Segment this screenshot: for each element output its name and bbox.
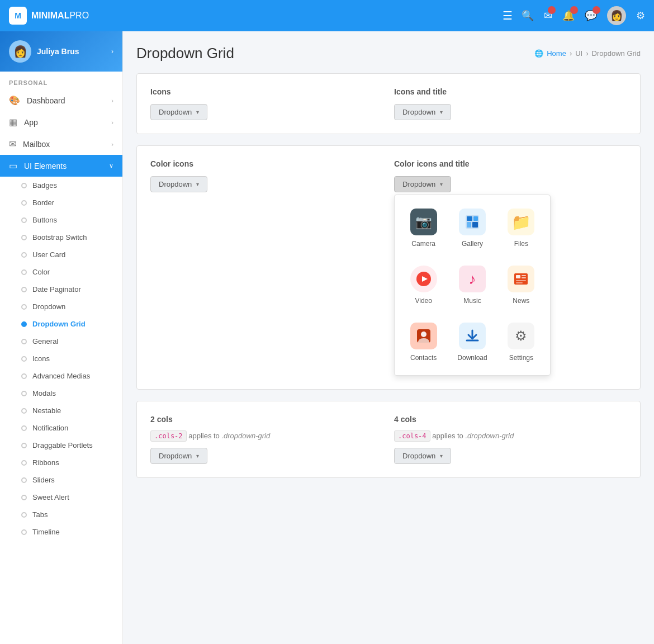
sidebar-subitem-modals[interactable]: Modals — [0, 385, 122, 402]
dropdown-4cols-button[interactable]: Dropdown ▾ — [394, 448, 451, 464]
grid-item-news[interactable]: News — [499, 259, 543, 311]
chat-button[interactable]: 💬 — [585, 10, 597, 22]
svg-rect-9 — [522, 275, 526, 276]
sidebar-item-dashboard[interactable]: 🎨 Dashboard › — [0, 89, 122, 111]
avatar[interactable]: 👩 — [607, 6, 626, 25]
page-header: Dropdown Grid 🌐 Home › UI › Dropdown Gri… — [136, 45, 641, 62]
subitem-label: Bootstrap Switch — [32, 233, 87, 242]
dropdown-caret-icon: ▾ — [196, 453, 199, 459]
sidebar-subitem-general[interactable]: General — [0, 333, 122, 350]
sidebar-subitem-ribbons[interactable]: Ribbons — [0, 454, 122, 471]
sidebar-subitem-bootstrap-switch[interactable]: Bootstrap Switch — [0, 229, 122, 246]
grid-item-camera[interactable]: 📷 Camera — [401, 202, 446, 254]
mail-icon: ✉ — [9, 139, 16, 149]
subitem-label: Tabs — [32, 510, 48, 519]
row1-grid: Icons Dropdown ▾ Icons and title Dropdow… — [150, 87, 627, 120]
section-4cols-title: 4 cols — [394, 415, 627, 424]
svg-rect-10 — [522, 277, 526, 278]
card-row3: 2 cols .cols-2 applies to .dropdown-grid… — [136, 401, 641, 478]
sidebar-subitem-border[interactable]: Border — [0, 194, 122, 211]
video-svg — [416, 271, 432, 287]
dropdown-caret-icon: ▾ — [196, 181, 199, 187]
sidebar-subitem-notification[interactable]: Notification — [0, 419, 122, 437]
sub-dot-icon — [21, 339, 27, 344]
subitem-label: Icons — [32, 354, 50, 363]
sidebar-subitem-timeline[interactable]: Timeline — [0, 523, 122, 541]
dropdown-icons-title-button[interactable]: Dropdown ▾ — [394, 104, 451, 120]
dropdown-2cols-button[interactable]: Dropdown ▾ — [150, 448, 207, 464]
svg-point-14 — [421, 332, 426, 337]
sub-dot-icon — [21, 391, 27, 396]
sidebar-subitem-advanced-medias[interactable]: Advanced Medias — [0, 367, 122, 385]
subitem-label: Ribbons — [32, 458, 59, 467]
grid-item-download[interactable]: Download — [450, 316, 494, 368]
sub-dot-icon — [21, 443, 27, 448]
layout: 👩 Juliya Brus › PERSONAL 🎨 Dashboard › ▦… — [0, 31, 654, 644]
grid-item-contacts-label: Contacts — [410, 354, 437, 362]
sidebar-subitem-buttons[interactable]: Buttons — [0, 211, 122, 229]
sidebar-subitem-dropdown[interactable]: Dropdown — [0, 298, 122, 315]
news-icon — [508, 266, 534, 292]
subitem-label: Notification — [32, 424, 68, 432]
search-button[interactable]: 🔍 — [522, 10, 534, 22]
grid-item-gallery[interactable]: Gallery — [450, 202, 494, 254]
sidebar-subitem-sweet-alert[interactable]: Sweet Alert — [0, 489, 122, 506]
sidebar-subitem-badges[interactable]: Badges — [0, 177, 122, 194]
sub-dot-icon — [21, 252, 27, 258]
sidebar-subitem-sliders[interactable]: Sliders — [0, 471, 122, 489]
subitem-label: Modals — [32, 389, 56, 397]
sub-dot-icon — [21, 321, 27, 327]
hamburger-button[interactable]: ☰ — [503, 9, 513, 22]
sidebar-item-app[interactable]: ▦ App › — [0, 111, 122, 133]
gallery-icon — [459, 209, 486, 235]
section-color-icons: Color icons Dropdown ▾ — [150, 159, 383, 376]
bell-button[interactable]: 🔔 — [562, 10, 575, 22]
svg-rect-11 — [516, 280, 526, 281]
dropdown-icons-button[interactable]: Dropdown ▾ — [150, 104, 207, 120]
sidebar-subitem-color[interactable]: Color — [0, 263, 122, 281]
subitem-label: Dropdown — [32, 302, 65, 311]
user-avatar: 👩 — [9, 40, 31, 63]
grid-item-files[interactable]: 📁 Files — [499, 202, 543, 254]
chevron-right-icon: › — [111, 119, 113, 126]
dropdown-color-icons-title-label: Dropdown — [402, 180, 435, 188]
sidebar-item-mailbox[interactable]: ✉ Mailbox › — [0, 133, 122, 155]
chevron-down-icon: ∨ — [109, 162, 113, 169]
sidebar-user[interactable]: 👩 Juliya Brus › — [0, 31, 122, 72]
grid-item-contacts[interactable]: Contacts — [401, 316, 446, 368]
grid-item-video[interactable]: Video — [401, 259, 446, 311]
breadcrumb-sep2: › — [586, 49, 588, 58]
sub-dot-icon — [21, 356, 27, 362]
grid-item-music[interactable]: ♪ Music — [450, 259, 494, 311]
mail-button[interactable]: ✉ — [544, 10, 552, 22]
sidebar-subitem-dropdown-grid[interactable]: Dropdown Grid — [0, 315, 122, 333]
dropdown-color-icons-button[interactable]: Dropdown ▾ — [150, 176, 207, 192]
sub-dot-icon — [21, 529, 27, 535]
grid-item-camera-label: Camera — [411, 240, 435, 248]
dashboard-icon: 🎨 — [9, 95, 20, 106]
settings-button[interactable]: ⚙ — [636, 10, 645, 22]
dropdown-color-icons-title-button[interactable]: Dropdown ▾ — [394, 176, 451, 192]
sub-dot-icon — [21, 425, 27, 431]
sidebar-subitem-icons[interactable]: Icons — [0, 350, 122, 367]
grid-item-files-label: Files — [514, 240, 528, 248]
section-color-icons-title: Color icons and title Dropdown ▾ 📷 Camer… — [394, 159, 627, 376]
dropdown-caret-icon: ▾ — [440, 453, 443, 459]
breadcrumb-home[interactable]: Home — [547, 49, 566, 58]
grid-item-settings[interactable]: ⚙ Settings — [499, 316, 543, 368]
sidebar-subitem-user-card[interactable]: User Card — [0, 246, 122, 263]
download-svg — [465, 328, 480, 344]
sub-dot-icon — [21, 217, 27, 223]
subitem-label: Draggable Portlets — [32, 441, 93, 449]
grid-item-gallery-label: Gallery — [462, 240, 483, 248]
grid-item-video-label: Video — [415, 297, 432, 305]
sidebar-subitem-nestable[interactable]: Nestable — [0, 402, 122, 419]
sidebar-subitem-tabs[interactable]: Tabs — [0, 506, 122, 523]
section-color-icons-and-title: Color icons and title — [394, 159, 627, 168]
sub-dot-icon — [21, 235, 27, 240]
section-2cols-title: 2 cols — [150, 415, 383, 424]
sidebar-subitem-date-paginator[interactable]: Date Paginator — [0, 281, 122, 298]
sub-dot-icon — [21, 460, 27, 466]
sidebar-subitem-draggable-portlets[interactable]: Draggable Portlets — [0, 437, 122, 454]
sidebar-item-ui-elements[interactable]: ▭ UI Elements ∨ — [0, 155, 122, 177]
